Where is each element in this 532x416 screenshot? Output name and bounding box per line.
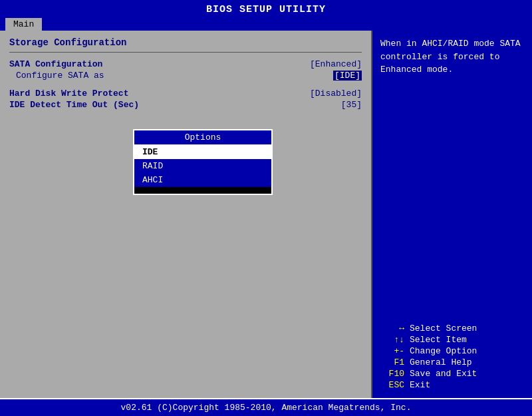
shortcut-label-general-help: General Help — [410, 357, 472, 367]
help-text: When in AHCI/RAID mode SATA controller i… — [380, 37, 524, 317]
footer-bar: v02.61 (C)Copyright 1985-2010, American … — [0, 398, 532, 416]
shortcut-select-screen: ↔ Select Screen — [380, 323, 524, 333]
shortcut-label-change-option: Change Option — [410, 346, 477, 356]
hdd-protect-value: [Disabled] — [310, 89, 362, 99]
bios-title: BIOS SETUP UTILITY — [206, 4, 326, 15]
right-panel: When in AHCI/RAID mode SATA controller i… — [372, 31, 532, 398]
bios-screen: BIOS SETUP UTILITY Main Storage Configur… — [0, 0, 532, 416]
dropdown-item-raid[interactable]: RAID — [134, 159, 271, 173]
dropdown-popup: Options IDE RAID AHCI — [133, 129, 273, 195]
tab-main[interactable]: Main — [5, 18, 42, 31]
tab-row: Main — [0, 18, 532, 31]
sata-config-label: SATA Configuration — [9, 59, 102, 69]
left-panel: Storage Configuration SATA Configuration… — [0, 31, 372, 398]
blank-row-1 — [9, 82, 362, 89]
shortcut-key-esc: ESC — [380, 380, 404, 390]
footer-text: v02.61 (C)Copyright 1985-2010, American … — [121, 403, 412, 413]
dropdown-item-ide[interactable]: IDE — [134, 145, 271, 159]
shortcut-save-exit: F10 Save and Exit — [380, 369, 524, 379]
shortcut-key-updown: ↑↓ — [380, 335, 404, 345]
shortcut-key-f10: F10 — [380, 369, 404, 379]
shortcut-general-help: F1 General Help — [380, 357, 524, 367]
shortcut-label-save-exit: Save and Exit — [410, 369, 477, 379]
main-area: Storage Configuration SATA Configuration… — [0, 31, 532, 398]
hdd-protect-label: Hard Disk Write Protect — [9, 89, 128, 99]
configure-sata-value[interactable]: [IDE] — [333, 71, 362, 81]
ide-timeout-value: [35] — [341, 100, 362, 110]
dropdown-footer — [134, 187, 271, 194]
dropdown-item-ahci[interactable]: AHCI — [134, 173, 271, 187]
shortcuts: ↔ Select Screen ↑↓ Select Item +- Change… — [380, 323, 524, 391]
title-bar: BIOS SETUP UTILITY — [0, 0, 532, 18]
shortcut-exit: ESC Exit — [380, 380, 524, 390]
dropdown-header: Options — [134, 130, 271, 145]
sata-config-value: [Enhanced] — [310, 59, 362, 69]
shortcut-key-plusminus: +- — [380, 346, 404, 356]
section-title: Storage Configuration — [9, 37, 362, 48]
shortcut-label-select-item: Select Item — [410, 335, 467, 345]
config-row-sata: SATA Configuration [Enhanced] — [9, 59, 362, 69]
shortcut-change-option: +- Change Option — [380, 346, 524, 356]
shortcut-label-select-screen: Select Screen — [410, 323, 477, 333]
configure-sata-label: Configure SATA as — [16, 71, 104, 81]
shortcut-key-f1: F1 — [380, 357, 404, 367]
config-row-hdd-protect: Hard Disk Write Protect [Disabled] — [9, 89, 362, 99]
config-row-configure-sata: Configure SATA as [IDE] — [9, 71, 362, 81]
ide-timeout-label: IDE Detect Time Out (Sec) — [9, 100, 139, 110]
shortcut-select-item: ↑↓ Select Item — [380, 335, 524, 345]
config-row-ide-timeout: IDE Detect Time Out (Sec) [35] — [9, 100, 362, 110]
shortcut-key-arrows: ↔ — [380, 323, 404, 333]
divider — [9, 52, 362, 53]
shortcut-label-exit: Exit — [410, 380, 430, 390]
